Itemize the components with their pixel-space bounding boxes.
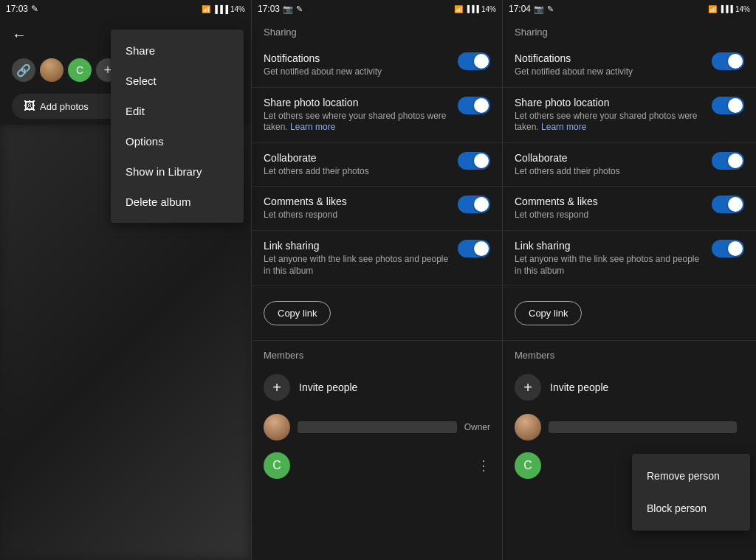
collaborate-toggle-middle[interactable] xyxy=(458,152,490,170)
remove-person-item[interactable]: Remove person xyxy=(632,460,750,492)
status-bar-middle: 17:03 📷 ✎ 📶 ▐▐▐ 14% xyxy=(252,0,502,18)
collaborate-title-middle: Collaborate xyxy=(264,152,449,164)
link-sharing-row-middle: Link sharing Let anyone with the link se… xyxy=(252,231,502,286)
avatar-c: C xyxy=(68,58,92,82)
link-sharing-toggle-middle[interactable] xyxy=(458,240,490,257)
sharing-panel-middle: Sharing Notifications Get notified about… xyxy=(252,18,502,485)
menu-edit[interactable]: Edit xyxy=(111,96,244,126)
photo-icon-middle: 📷 xyxy=(283,4,293,14)
link-sharing-row-right: Link sharing Let anyone with the link se… xyxy=(503,231,756,286)
invite-row-right[interactable]: + Invite people xyxy=(503,367,756,408)
avatar-person1 xyxy=(40,58,63,82)
copy-link-button-right[interactable]: Copy link xyxy=(515,301,582,325)
members-header-middle: Members xyxy=(252,341,502,367)
add-photos-icon: 🖼 xyxy=(24,100,35,113)
comments-subtitle-right: Let others respond xyxy=(515,210,703,221)
collaborate-subtitle-right: Let others add their photos xyxy=(515,166,703,178)
menu-options[interactable]: Options xyxy=(111,126,244,156)
comments-subtitle-middle: Let others respond xyxy=(264,210,449,221)
member-row-c-middle: C ⋮ xyxy=(252,446,502,485)
learn-more-link-right[interactable]: Learn more xyxy=(541,122,586,132)
add-photos-label: Add photos xyxy=(40,101,89,112)
time-left: 17:03 xyxy=(6,4,28,14)
menu-show-library[interactable]: Show in Library xyxy=(111,156,244,187)
signal-middle: ▐▐▐ xyxy=(465,5,479,13)
edit-icon-middle: ✎ xyxy=(296,4,303,14)
member-avatar-c-right: C xyxy=(515,452,541,479)
comments-title-middle: Comments & likes xyxy=(264,196,449,207)
avatar-row: 🔗 C + xyxy=(12,58,120,82)
share-location-toggle-middle[interactable] xyxy=(458,97,490,114)
member-avatar-owner-middle xyxy=(264,414,290,440)
comments-toggle-middle[interactable] xyxy=(458,196,490,213)
member-name-owner-right xyxy=(549,421,737,433)
copy-link-section-middle: Copy link xyxy=(252,286,502,341)
notifications-row-right: Notifications Get notified about new act… xyxy=(503,44,756,88)
collaborate-subtitle-middle: Let others add their photos xyxy=(264,166,449,178)
copy-link-section-right: Copy link xyxy=(503,286,756,341)
link-icon[interactable]: 🔗 xyxy=(12,58,35,82)
collaborate-toggle-right[interactable] xyxy=(712,152,744,170)
learn-more-link-middle[interactable]: Learn more xyxy=(290,122,335,132)
sharing-header-right: Sharing xyxy=(503,18,756,44)
menu-share[interactable]: Share xyxy=(111,35,244,66)
share-location-title-right: Share photo location xyxy=(515,97,703,108)
notifications-toggle-right[interactable] xyxy=(712,52,744,70)
collaborate-row-right: Collaborate Let others add their photos xyxy=(503,143,756,187)
battery-right: 14% xyxy=(735,5,750,13)
notifications-subtitle-right: Get notified about new activity xyxy=(515,66,703,78)
share-location-row-right: Share photo location Let others see wher… xyxy=(503,88,756,143)
context-menu: Share Select Edit Options Show in Librar… xyxy=(111,30,244,223)
sharing-panel-right: Sharing Notifications Get notified about… xyxy=(503,18,756,485)
battery-middle: 14% xyxy=(481,5,496,13)
signal-right: ▐▐▐ xyxy=(719,5,733,13)
notifications-toggle-middle[interactable] xyxy=(458,52,490,70)
notifications-row-middle: Notifications Get notified about new act… xyxy=(252,44,502,88)
more-options-c-middle[interactable]: ⋮ xyxy=(477,457,490,474)
status-bar-left: 17:03 ✎ 📶 ▐▐▐ 14% xyxy=(0,0,251,18)
edit-icon-right: ✎ xyxy=(547,4,554,14)
wifi-icon-right: 📶 xyxy=(708,5,717,13)
comments-row-middle: Comments & likes Let others respond xyxy=(252,187,502,231)
edit-icon: ✎ xyxy=(31,4,38,14)
popup-menu-right: Remove person Block person xyxy=(632,454,750,530)
member-avatar-owner-right xyxy=(515,414,541,440)
invite-text-right: Invite people xyxy=(550,381,608,393)
invite-plus-icon-middle: + xyxy=(264,374,290,401)
link-sharing-subtitle-right: Let anyone with the link see photos and … xyxy=(515,254,703,277)
members-header-right: Members xyxy=(503,341,756,367)
member-row-owner-middle: Owner xyxy=(252,408,502,446)
invite-plus-icon-right: + xyxy=(515,374,541,401)
block-person-item[interactable]: Block person xyxy=(632,492,750,525)
share-location-title-middle: Share photo location xyxy=(264,97,449,108)
time-middle: 17:03 xyxy=(258,4,280,14)
member-name-owner-middle xyxy=(298,421,457,433)
back-icon[interactable]: ← xyxy=(12,27,27,44)
signal-icon-left: ▐▐▐ xyxy=(213,5,228,13)
status-bar-right: 17:04 📷 ✎ 📶 ▐▐▐ 14% xyxy=(503,0,756,18)
photo-icon-right: 📷 xyxy=(534,4,544,14)
menu-select[interactable]: Select xyxy=(111,66,244,96)
invite-row-middle[interactable]: + Invite people xyxy=(252,367,502,408)
notifications-title-right: Notifications xyxy=(515,52,703,64)
share-location-toggle-right[interactable] xyxy=(712,97,744,114)
notifications-subtitle-middle: Get notified about new activity xyxy=(264,66,449,78)
share-location-subtitle-right: Let others see where your shared photos … xyxy=(515,111,703,134)
wifi-icon-middle: 📶 xyxy=(454,5,463,13)
notifications-title-middle: Notifications xyxy=(264,52,449,64)
time-right: 17:04 xyxy=(509,4,531,14)
wifi-icon-left: 📶 xyxy=(202,5,210,13)
comments-title-right: Comments & likes xyxy=(515,196,703,207)
copy-link-button-middle[interactable]: Copy link xyxy=(264,301,331,325)
battery-left: 14% xyxy=(230,5,245,13)
link-sharing-toggle-right[interactable] xyxy=(712,240,744,257)
comments-toggle-right[interactable] xyxy=(712,196,744,213)
member-role-middle: Owner xyxy=(464,422,490,432)
link-sharing-subtitle-middle: Let anyone with the link see photos and … xyxy=(264,254,449,277)
share-location-row-middle: Share photo location Let others see wher… xyxy=(252,88,502,143)
member-row-owner-right xyxy=(503,408,756,446)
sharing-header-middle: Sharing xyxy=(252,18,502,44)
comments-row-right: Comments & likes Let others respond xyxy=(503,187,756,231)
invite-text-middle: Invite people xyxy=(299,381,357,393)
menu-delete-album[interactable]: Delete album xyxy=(111,187,244,217)
